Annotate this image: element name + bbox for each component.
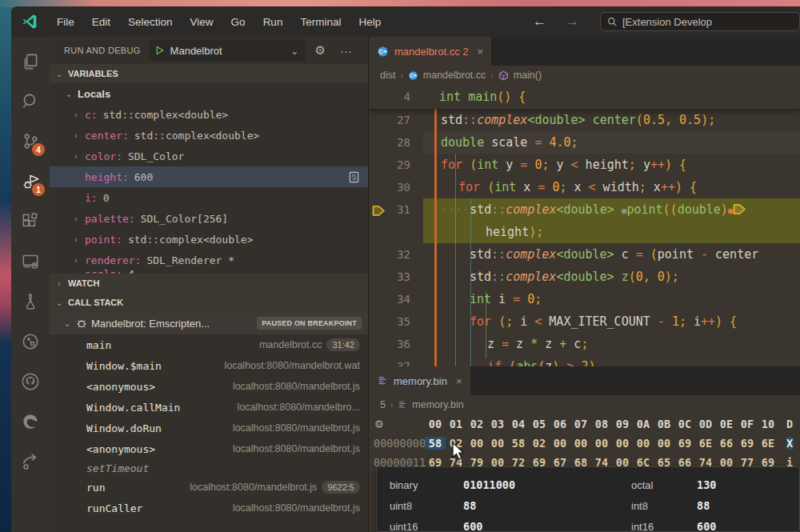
call-stack-section-header[interactable]: ⌄ CALL STACK [50, 293, 368, 312]
variable-row-palette[interactable]: ›palette:SDL_Color[256] [50, 208, 368, 229]
pipeline-icon[interactable] [11, 323, 50, 360]
view-binary-icon[interactable]: 0110 [348, 171, 360, 183]
chevron-right-icon: › [74, 214, 85, 223]
tab-mandelbrot-cc[interactable]: C+ mandelbrot.cc 2 × [369, 37, 491, 66]
breadcrumb-item[interactable]: memory.bin [412, 399, 463, 410]
menu-file[interactable]: File [48, 16, 83, 28]
extensions-icon[interactable] [11, 203, 50, 240]
stack-frame-row[interactable]: <anonymous>localhost:8080/mandelbrot.js [50, 438, 368, 459]
menu-view[interactable]: View [182, 16, 222, 28]
gear-icon[interactable]: ⚙ [310, 43, 330, 58]
stack-frame-row[interactable]: Window.callMainlocalhost:8080/mandelbro.… [50, 397, 368, 418]
github-icon[interactable] [11, 363, 50, 400]
code-line-27[interactable]: 27std::complex<double> center(0.5, 0.5); [369, 109, 800, 131]
tab-memory-bin[interactable]: memory.bin × [369, 366, 470, 395]
locals-scope-row[interactable]: ⌄ Locals [50, 83, 368, 104]
menu-run[interactable]: Run [254, 16, 292, 28]
stack-frame-row[interactable]: <anonymous>localhost:8080/mandelbrot.js [50, 376, 368, 397]
stack-frame-row[interactable]: Window.$mainlocalhost:8080/mandelbrot.wa… [50, 355, 368, 376]
code-editor[interactable]: 4int main() {27std::complex<double> cent… [369, 85, 800, 366]
editor-group: C+ mandelbrot.cc 2 × dist›C+mandelbrot.c… [368, 37, 800, 532]
hex-byte-cell[interactable]: 69 [674, 437, 695, 450]
remote-explorer-icon[interactable] [11, 243, 50, 280]
variable-row-c[interactable]: ›c:std::complex<double> [50, 104, 368, 125]
more-actions-icon[interactable]: ··· [335, 44, 357, 58]
code-line-wrap[interactable]: height); [369, 221, 800, 243]
hex-byte-cell[interactable]: 66 [716, 437, 737, 450]
hex-byte-cell[interactable]: 6E [758, 437, 778, 450]
hex-byte-cell[interactable]: 00 [633, 437, 654, 450]
code-line-34[interactable]: 34int i = 0; [369, 288, 800, 310]
variable-row-point[interactable]: ›point:std::complex<double> [50, 229, 368, 250]
code-line-32[interactable]: 32std::complex<double> c = (point - cent… [369, 243, 800, 266]
gear-icon[interactable]: ⚙ [375, 416, 383, 431]
breadcrumb-item[interactable]: mandelbrot.cc [423, 70, 486, 81]
close-icon[interactable]: × [456, 375, 462, 387]
hex-byte-cell[interactable]: 00 [654, 437, 674, 450]
modified-lines-gutter-bar [434, 109, 437, 366]
stack-frame-row[interactable]: mainmandelbrot.cc31:42 [50, 334, 368, 355]
code-line-30[interactable]: 30for (int x = 0; x < width; x++) { [369, 176, 800, 198]
source-control-icon[interactable]: 4 [11, 123, 50, 160]
frame-location: localhost:8080/mandelbrot.js [233, 443, 360, 454]
hex-col-header: 02 [466, 418, 487, 430]
hex-byte-cell[interactable]: 00 [612, 437, 633, 450]
debug-session-row[interactable]: ⌄ Mandelbrot: Emscripten... PAUSED ON BR… [50, 312, 368, 334]
launch-config-dropdown[interactable]: Mandelbrot ⌄ [149, 40, 306, 61]
menu-terminal[interactable]: Terminal [291, 16, 350, 28]
search-icon[interactable] [11, 83, 50, 120]
hex-byte-cell[interactable]: 58 [508, 437, 529, 450]
hex-byte-cell[interactable]: 00 [466, 437, 487, 450]
chevron-right-icon: › [74, 152, 85, 161]
stack-frame-row[interactable]: runCallerlocalhost:8080/mandelbrot.js [50, 498, 368, 518]
variable-name: color: [85, 150, 122, 162]
variable-row-center[interactable]: ›center:std::complex<double> [50, 125, 368, 146]
command-center-search[interactable]: [Extension Develop [600, 12, 800, 31]
stack-frame-row[interactable]: setTimeout [50, 459, 368, 477]
hex-byte-cell[interactable]: 6E [695, 437, 716, 450]
variables-section-header[interactable]: ⌄ VARIABLES [50, 64, 368, 83]
line-content: z = z * z + c; [423, 333, 800, 355]
menu-selection[interactable]: Selection [119, 16, 182, 28]
menu-help[interactable]: Help [350, 16, 390, 28]
code-line-36[interactable]: 36z = z * z + c; [369, 333, 800, 355]
breadcrumb-item[interactable]: 5 [380, 399, 386, 410]
live-share-icon[interactable] [11, 443, 50, 480]
variable-row-height[interactable]: height:6000110 [50, 166, 368, 187]
code-line-31[interactable]: 31····std::complex<double> ●point((doubl… [369, 198, 800, 221]
variable-row-i[interactable]: i:0 [50, 187, 368, 208]
menu-go[interactable]: Go [222, 16, 254, 28]
menu-edit[interactable]: Edit [83, 16, 119, 28]
variable-row-color[interactable]: ›color:SDL_Color [50, 146, 368, 166]
explorer-icon[interactable] [11, 43, 50, 80]
hex-byte-cell[interactable]: 00 [487, 437, 508, 450]
code-line-33[interactable]: 33std::complex<double> z(0, 0); [369, 266, 800, 288]
nav-back-button[interactable]: ← [523, 14, 556, 30]
edge-devtools-icon[interactable] [11, 403, 50, 440]
close-icon[interactable]: × [478, 46, 484, 58]
code-line-28[interactable]: 28double scale = 4.0; [369, 131, 800, 154]
symbol-method-icon [498, 70, 509, 81]
watch-section-header[interactable]: › WATCH [50, 274, 368, 293]
code-line-29[interactable]: 29for (int y = 0; y < height; y++) { [369, 154, 800, 176]
breadcrumb-item[interactable]: main() [514, 70, 542, 81]
svg-text:C+: C+ [410, 72, 417, 78]
hex-byte-cell[interactable]: 69 [737, 437, 758, 450]
code-line-4[interactable]: 4int main() { [369, 85, 800, 109]
hex-byte-cell[interactable]: 02 [529, 437, 550, 450]
line-text: std::complex<double> z(0, 0); [423, 270, 679, 284]
code-line-35[interactable]: 35for (; i < MAX_ITER_COUNT - 1; i++) { [369, 310, 800, 333]
hex-byte-cell[interactable]: 00 [550, 437, 570, 450]
testing-icon[interactable] [11, 283, 50, 320]
run-and-debug-icon[interactable]: 1 [11, 163, 50, 200]
vscode-logo-icon[interactable] [11, 14, 48, 30]
hex-byte-cell[interactable]: 00 [591, 437, 612, 450]
hex-byte-cell[interactable]: 00 [570, 437, 591, 450]
inspector-label: int16 [631, 521, 697, 532]
stack-frame-row[interactable]: runlocalhost:8080/mandelbrot.js9622:5 [50, 477, 368, 498]
stack-frame-row[interactable]: Window.doRunlocalhost:8080/mandelbrot.js [50, 418, 368, 438]
breadcrumb-item[interactable]: dist [380, 70, 395, 81]
hex-byte-cell[interactable]: 58 [425, 437, 446, 450]
code-line-37[interactable]: 37if (abs(z) > 2) [369, 355, 800, 366]
nav-forward-button[interactable]: → [556, 14, 589, 30]
